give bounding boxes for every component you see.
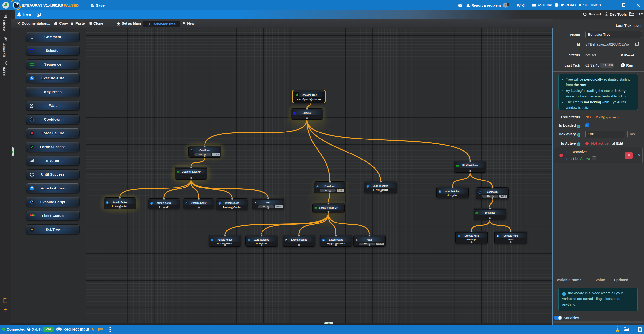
svg-text:?: ? [212, 239, 213, 241]
svg-text:?: ? [31, 187, 33, 190]
svg-text:?: ? [248, 239, 250, 241]
svg-text:?: ? [367, 185, 368, 188]
svg-text:?: ? [106, 202, 108, 204]
svg-text:?: ? [439, 191, 440, 193]
svg-text:?: ? [151, 203, 152, 205]
